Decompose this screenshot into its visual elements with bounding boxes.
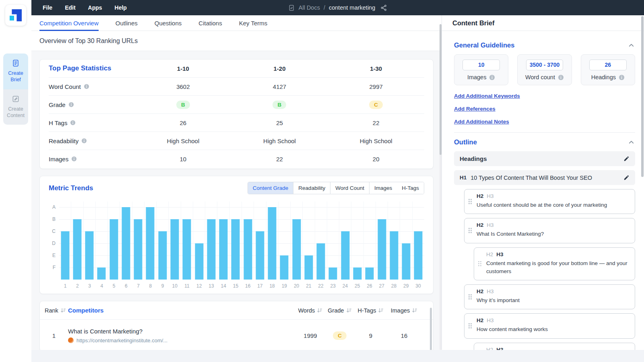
chart-bar[interactable] xyxy=(97,267,106,280)
create-brief-button[interactable]: Create Brief xyxy=(3,53,28,89)
chart-bar[interactable] xyxy=(73,219,81,280)
create-content-button[interactable]: Create Content xyxy=(3,89,28,125)
chart-bar[interactable] xyxy=(134,219,142,280)
chart-bar[interactable] xyxy=(85,231,94,280)
competitors-header-h-tags[interactable]: H-Tags xyxy=(355,307,386,314)
drag-handle-icon[interactable] xyxy=(469,199,472,204)
pencil-icon[interactable] xyxy=(623,156,630,162)
level-option-h2[interactable]: H2 xyxy=(477,288,483,294)
metric-toggle-content-grade[interactable]: Content Grade xyxy=(248,182,293,194)
page-scrollbar-thumb[interactable] xyxy=(641,16,644,177)
level-option-h3[interactable]: H3 xyxy=(487,288,493,294)
chart-bar[interactable] xyxy=(231,219,240,280)
competitor-row[interactable]: 1What is Content Marketing?https://conte… xyxy=(40,320,433,351)
chart-bar[interactable] xyxy=(158,231,167,280)
level-option-h3[interactable]: H3 xyxy=(487,193,493,199)
sort-icon[interactable] xyxy=(346,308,352,313)
share-icon[interactable] xyxy=(380,4,387,11)
chart-bar[interactable] xyxy=(171,219,179,280)
chart-bar[interactable] xyxy=(122,207,130,280)
chart-bar[interactable] xyxy=(244,219,252,280)
add-additional-notes-link[interactable]: Add Additional Notes xyxy=(454,119,509,125)
chart-bar[interactable] xyxy=(195,243,203,280)
drag-handle-icon[interactable] xyxy=(469,323,472,329)
chevron-up-icon[interactable] xyxy=(627,138,635,146)
h1-row[interactable]: H1 10 Types Of Content That Will Boost Y… xyxy=(454,170,635,185)
info-icon[interactable] xyxy=(71,156,77,162)
metric-toggle-word-count[interactable]: Word Count xyxy=(330,182,369,194)
chevron-up-icon[interactable] xyxy=(627,41,635,49)
guideline-input-images[interactable]: 10 xyxy=(462,60,500,70)
menu-edit[interactable]: Edit xyxy=(65,4,75,11)
info-icon[interactable] xyxy=(70,120,76,125)
competitors-header-rank[interactable]: Rank xyxy=(40,307,68,314)
outline-card[interactable]: H2H3Useful content should be at the core… xyxy=(464,189,635,214)
page-scrollbar-track[interactable] xyxy=(641,16,644,350)
app-logo[interactable] xyxy=(5,5,26,26)
chart-bar[interactable] xyxy=(304,255,313,280)
level-option-h3[interactable]: H3 xyxy=(487,222,493,228)
competitors-header-images[interactable]: Images xyxy=(386,307,422,314)
chart-bar[interactable] xyxy=(317,243,325,280)
chart-bar[interactable] xyxy=(219,219,228,280)
drag-handle-icon[interactable] xyxy=(478,261,481,266)
sort-icon[interactable] xyxy=(317,308,322,313)
tab-questions[interactable]: Questions xyxy=(155,15,182,31)
metric-toggle-images[interactable]: Images xyxy=(369,182,397,194)
level-option-h2[interactable]: H2 xyxy=(477,193,483,199)
breadcrumb-all-docs[interactable]: All Docs xyxy=(299,4,320,11)
menu-apps[interactable]: Apps xyxy=(88,4,102,11)
info-icon[interactable] xyxy=(68,102,74,107)
competitors-header-grade[interactable]: Grade xyxy=(324,307,355,314)
chart-bar[interactable] xyxy=(109,219,118,280)
chart-bar[interactable] xyxy=(365,267,374,280)
chart-bar[interactable] xyxy=(256,231,264,280)
sort-icon[interactable] xyxy=(412,308,417,313)
competitors-scrollbar[interactable] xyxy=(430,308,432,350)
info-icon[interactable] xyxy=(619,74,625,80)
level-option-h3[interactable]: H3 xyxy=(496,251,503,257)
outline-card[interactable]: H2H3Content marketing is good for your b… xyxy=(474,247,635,281)
drag-handle-icon[interactable] xyxy=(469,228,472,233)
guideline-input-headings[interactable]: 26 xyxy=(589,60,627,70)
info-icon[interactable] xyxy=(558,74,564,80)
sort-icon[interactable] xyxy=(378,308,384,313)
chart-bar[interactable] xyxy=(378,219,386,280)
tab-competition-overview[interactable]: Competition Overview xyxy=(39,15,99,31)
chart-bar[interactable] xyxy=(353,267,362,280)
outline-card[interactable]: H2H3How content marketing works xyxy=(464,313,635,338)
metric-toggle-h-tags[interactable]: H-Tags xyxy=(397,182,424,194)
chart-bar[interactable] xyxy=(183,219,191,280)
chart-bar[interactable] xyxy=(146,207,155,280)
menu-file[interactable]: File xyxy=(43,4,52,11)
main-scrollbar-thumb[interactable] xyxy=(440,24,442,155)
info-icon[interactable] xyxy=(84,84,89,89)
chart-bar[interactable] xyxy=(341,231,349,280)
chart-bar[interactable] xyxy=(280,255,289,280)
chart-bar[interactable] xyxy=(390,231,398,280)
main-scrollbar-track[interactable] xyxy=(440,24,442,350)
chart-bar[interactable] xyxy=(329,267,337,280)
metric-toggle-readability[interactable]: Readability xyxy=(293,182,330,194)
add-additional-keywords-link[interactable]: Add Additional Keywords xyxy=(454,93,520,99)
add-references-link[interactable]: Add References xyxy=(454,106,495,112)
chart-bar[interactable] xyxy=(402,243,411,280)
pencil-icon[interactable] xyxy=(623,175,630,181)
competitor-url[interactable]: https://contentmarketinginstitute.com/..… xyxy=(76,337,167,343)
chart-bar[interactable] xyxy=(292,219,301,280)
tab-citations[interactable]: Citations xyxy=(198,15,222,31)
tab-key-terms[interactable]: Key Terms xyxy=(239,15,268,31)
chart-bar[interactable] xyxy=(207,219,215,280)
level-option-h2[interactable]: H2 xyxy=(477,222,483,228)
drag-handle-icon[interactable] xyxy=(469,294,472,300)
outline-card[interactable]: H2H3Why it’s important xyxy=(464,284,635,309)
tab-outlines[interactable]: Outlines xyxy=(116,15,138,31)
outline-card[interactable]: H2H3What Is Content Marketing? xyxy=(464,218,635,243)
chart-bar[interactable] xyxy=(414,231,423,280)
level-option-h2[interactable]: H2 xyxy=(486,251,493,257)
info-icon[interactable] xyxy=(489,74,495,80)
chart-bar[interactable] xyxy=(268,207,277,280)
guideline-input-word-count[interactable]: 3500 - 3700 xyxy=(526,60,564,70)
info-icon[interactable] xyxy=(81,138,87,144)
sort-icon[interactable] xyxy=(60,308,66,313)
